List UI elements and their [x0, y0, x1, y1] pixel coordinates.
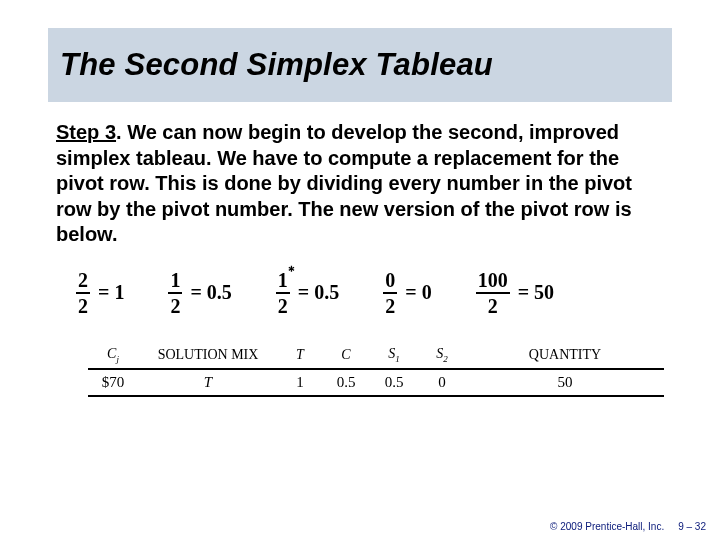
frac-den: 2 — [168, 294, 182, 316]
frac-den: 2 — [76, 294, 90, 316]
col-cj: Cj — [88, 342, 138, 369]
frac-num: 0 — [383, 270, 397, 292]
fraction-4: 0 2 = 0 — [383, 270, 431, 316]
frac-num: 2 — [76, 270, 90, 292]
cell-T: 1 — [278, 369, 322, 396]
slide-title: The Second Simplex Tableau — [60, 47, 493, 83]
col-quantity: QUANTITY — [466, 342, 664, 369]
col-T: T — [278, 342, 322, 369]
fraction-2: 1 2 = 0.5 — [168, 270, 231, 316]
frac-star-icon: ＊ — [285, 264, 298, 277]
cell-S2: 0 — [418, 369, 466, 396]
col-C: C — [322, 342, 370, 369]
frac-rhs: 0 — [422, 281, 432, 303]
col-solution-mix: SOLUTION MIX — [138, 342, 278, 369]
table-header-row: Cj SOLUTION MIX T C S1 S2 QUANTITY — [88, 342, 664, 369]
step-rest: We can now begin to develop the second, … — [56, 121, 632, 245]
fraction-1: 2 2 = 1 — [76, 270, 124, 316]
frac-rhs: 0.5 — [207, 281, 232, 303]
fraction-row: 2 2 = 1 1 2 = 0.5 1 2 ＊ = 0.5 0 2 = 0 — [76, 270, 664, 316]
eq: = — [190, 281, 201, 303]
table-row: $70 T 1 0.5 0.5 0 50 — [88, 369, 664, 396]
frac-rhs: 1 — [114, 281, 124, 303]
eq: = — [518, 281, 529, 303]
simplex-table: Cj SOLUTION MIX T C S1 S2 QUANTITY $70 T… — [88, 342, 664, 397]
frac-den: 2 — [276, 294, 290, 316]
cell-cj: $70 — [88, 369, 138, 396]
slide-body: Step 3. We can now begin to develop the … — [56, 120, 664, 248]
eq: = — [405, 281, 416, 303]
slide-footer: © 2009 Prentice-Hall, Inc. 9 – 32 — [550, 521, 706, 532]
fraction-5: 100 2 = 50 — [476, 270, 554, 316]
col-S2: S2 — [418, 342, 466, 369]
eq: = — [98, 281, 109, 303]
frac-den: 2 — [486, 294, 500, 316]
col-S1: S1 — [370, 342, 418, 369]
frac-num: 100 — [476, 270, 510, 292]
slide-title-band: The Second Simplex Tableau — [48, 28, 672, 102]
cell-C: 0.5 — [322, 369, 370, 396]
eq: = — [298, 281, 309, 303]
frac-rhs: 50 — [534, 281, 554, 303]
copyright-text: © 2009 Prentice-Hall, Inc. — [550, 521, 664, 532]
cell-mix: T — [138, 369, 278, 396]
page-number: 9 – 32 — [678, 521, 706, 532]
frac-num: 1 — [168, 270, 182, 292]
fraction-3: 1 2 ＊ = 0.5 — [276, 270, 339, 316]
frac-rhs: 0.5 — [314, 281, 339, 303]
step-label: Step 3 — [56, 121, 116, 143]
frac-den: 2 — [383, 294, 397, 316]
cell-qty: 50 — [466, 369, 664, 396]
cell-S1: 0.5 — [370, 369, 418, 396]
